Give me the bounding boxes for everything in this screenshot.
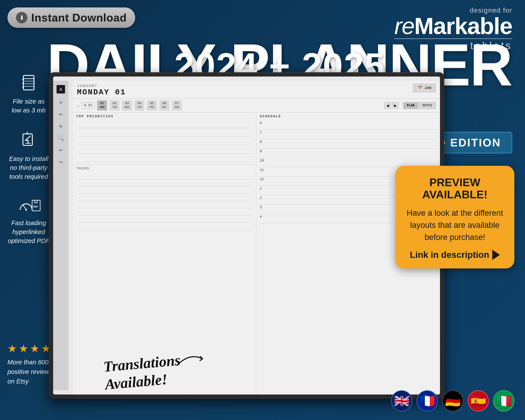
toolbar-move-icon: ✛ <box>59 124 63 129</box>
device-screen: A ≡ ✏ ✛ 🔍 ↩ ↪ JANUARY MONDAY 01 📅 JAN △ <box>53 76 440 394</box>
svg-text:PDF: PDF <box>33 205 38 208</box>
schedule-6: 6 <box>260 121 437 130</box>
day-05-fri[interactable]: 05FRI <box>147 100 157 111</box>
time-7: 7 <box>260 131 265 135</box>
flag-uk: 🇬🇧 <box>391 390 412 411</box>
day-07-sun[interactable]: 07SUN <box>172 100 182 111</box>
star-2: ★ <box>19 342 28 355</box>
toolbar-search-icon: 🔍 <box>58 136 64 141</box>
preview-link-text: Link in description <box>410 250 489 260</box>
time-11: 11 <box>260 168 265 172</box>
feature-fast-pdf: PDF Fast loadinghyperlinkedoptimized PDF <box>8 198 50 245</box>
task-2 <box>76 179 253 187</box>
priority-1 <box>76 121 253 128</box>
time-12: 12 <box>260 177 265 181</box>
feature-install-text: Easy to installno third-partytools requi… <box>8 154 50 181</box>
schedule-9: 9 <box>260 149 437 158</box>
install-icon <box>8 132 50 152</box>
toolbar-menu-icon: ≡ <box>59 100 62 105</box>
instant-download-label: Instant Download <box>31 11 127 24</box>
calendar-icon: 📅 <box>418 86 422 90</box>
day-01-mon[interactable]: 01MON <box>97 100 107 111</box>
jan-label: JAN <box>424 86 431 90</box>
svg-point-11 <box>25 209 27 211</box>
speedometer-pdf-icon: PDF <box>8 198 50 216</box>
toolbar-pencil-icon: ✏ <box>59 112 63 117</box>
preview-body: Have a look at the different layouts tha… <box>406 207 504 243</box>
feature-easy-install: Easy to installno third-partytools requi… <box>8 132 50 181</box>
svg-rect-0 <box>23 75 34 90</box>
time-10: 10 <box>260 159 265 163</box>
priority-3 <box>76 138 253 145</box>
day-04-thu[interactable]: 04THU <box>135 100 145 111</box>
flag-france: 🇫🇷 <box>417 390 438 411</box>
svg-rect-6 <box>22 83 24 84</box>
schedule-8: 8 <box>260 139 437 149</box>
planner-month: JANUARY <box>77 84 436 88</box>
features-list: File size aslow as 3 mb Easy to installn… <box>8 75 50 262</box>
translations-text: TranslationsAvailable! <box>103 351 183 393</box>
week-nav: △ W 01 01MON 02TUE 03WED 04THU 05FRI 06S… <box>73 99 440 112</box>
preview-link-arrow <box>492 250 500 260</box>
priority-2 <box>76 129 253 137</box>
time-1: 1 <box>260 187 265 191</box>
time-9: 9 <box>260 149 265 153</box>
flag-germany: 🇩🇪 <box>442 390 463 411</box>
feature-pdf-text: Fast loadinghyperlinkedoptimized PDF <box>8 218 50 245</box>
schedule-header: SCHEDULE <box>260 115 437 118</box>
instant-download-badge: ⬇ Instant Download <box>8 8 135 28</box>
schedule-7: 7 <box>260 130 437 139</box>
flag-italy: 🇮🇹 <box>493 390 514 411</box>
time-2: 2 <box>260 196 265 200</box>
time-6: 6 <box>260 121 265 125</box>
flag-spain: 🇪🇸 <box>468 390 489 411</box>
task-1 <box>76 172 253 179</box>
priority-4 <box>76 146 253 154</box>
task-7 <box>76 215 253 223</box>
svg-line-10 <box>23 205 26 210</box>
notes-button[interactable]: NOTES <box>419 102 436 109</box>
time-8: 8 <box>260 140 265 144</box>
star-3: ★ <box>30 342 39 355</box>
translations-section: TranslationsAvailable! <box>104 355 181 390</box>
translations-arrow <box>173 348 207 374</box>
planner-day: MONDAY 01 <box>77 88 436 97</box>
svg-rect-8 <box>23 134 32 145</box>
priority-5 <box>76 155 253 162</box>
priorities-header: TOP PRIORITIES <box>76 115 253 118</box>
plan-button[interactable]: PLAN <box>403 102 418 109</box>
time-3: 3 <box>260 205 265 209</box>
planner-content: JANUARY MONDAY 01 📅 JAN △ W 01 01MON 02T… <box>73 81 440 394</box>
svg-rect-5 <box>22 79 24 80</box>
toolbar-undo-icon: ↩ <box>59 148 63 153</box>
device-toolbar: A ≡ ✏ ✛ 🔍 ↩ ↪ <box>53 81 68 390</box>
time-4: 4 <box>260 215 265 219</box>
flags-row: 🇬🇧 🇫🇷 🇩🇪 🇪🇸 🇮🇹 <box>391 390 514 411</box>
feature-file-size-text: File size aslow as 3 mb <box>8 97 50 115</box>
download-icon: ⬇ <box>16 12 28 23</box>
preview-title: PREVIEW AVAILABLE! <box>406 177 504 201</box>
task-4 <box>76 194 253 201</box>
task-8 <box>76 223 253 230</box>
day-02-tue[interactable]: 02TUE <box>110 100 120 111</box>
week-badge: W 01 <box>82 103 94 108</box>
task-3 <box>76 187 253 194</box>
device-mockup: A ≡ ✏ ✛ 🔍 ↩ ↪ JANUARY MONDAY 01 📅 JAN △ <box>49 72 444 399</box>
prev-arrow[interactable]: ◀ <box>384 102 391 109</box>
triangle-icon: △ <box>77 104 79 107</box>
planner-header: JANUARY MONDAY 01 📅 JAN <box>73 81 440 99</box>
task-6 <box>76 208 253 215</box>
toolbar-text-icon: A <box>56 85 65 93</box>
tasks-header: TASKS <box>76 167 253 170</box>
preview-bubble: PREVIEW AVAILABLE! Have a look at the di… <box>395 166 514 269</box>
day-03-wed[interactable]: 03WED <box>122 100 132 111</box>
task-5 <box>76 201 253 208</box>
star-1: ★ <box>8 342 17 355</box>
day-06-sat[interactable]: 06SAT <box>159 100 169 111</box>
notebook-icon <box>8 75 50 95</box>
preview-link[interactable]: Link in description <box>406 250 504 260</box>
jan-nav: 📅 JAN <box>413 84 436 92</box>
toolbar-redo-icon: ↪ <box>59 159 63 165</box>
feature-file-size: File size aslow as 3 mb <box>8 75 50 115</box>
next-arrow[interactable]: ▶ <box>392 102 399 109</box>
